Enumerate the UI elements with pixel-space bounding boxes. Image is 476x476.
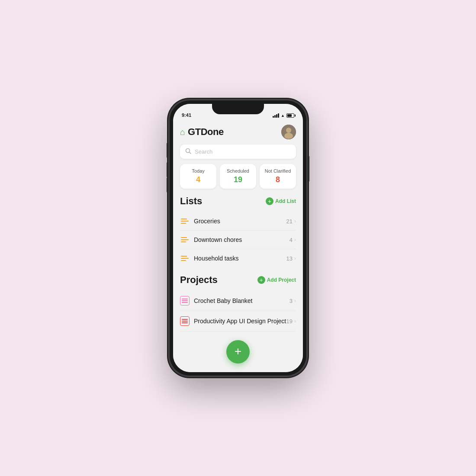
add-project-label: Add Project — [267, 277, 296, 283]
stat-today-label: Today — [183, 168, 213, 174]
add-list-button[interactable]: + Add List — [266, 197, 296, 205]
chevron-right-icon: › — [294, 255, 296, 261]
stat-not-clarified[interactable]: Not Clarified 8 — [260, 164, 296, 189]
notch — [212, 104, 264, 114]
fab-plus-icon: + — [235, 345, 241, 357]
project-icon — [180, 296, 190, 306]
phone-frame: 9:41 ▲ — [169, 100, 307, 376]
list-item-name: Household tasks — [194, 255, 286, 262]
list-item[interactable]: Household tasks 13 › — [180, 249, 296, 267]
list-item-name: Groceries — [194, 218, 286, 225]
list-item[interactable]: Downtown chores 4 › — [180, 231, 296, 249]
stat-not-clarified-label: Not Clarified — [263, 168, 293, 174]
signal-icon — [273, 113, 279, 118]
projects-title: Projects — [180, 274, 218, 286]
project-item-name: Productivity App UI Design Project — [194, 318, 286, 325]
search-bar[interactable]: Search — [180, 145, 296, 159]
phone-wrapper: 9:41 ▲ — [169, 100, 307, 376]
list-icon — [180, 217, 190, 225]
list-item-name: Downtown chores — [194, 236, 289, 243]
add-project-button[interactable]: + Add Project — [257, 276, 296, 284]
lists-title: Lists — [180, 196, 202, 207]
chevron-right-icon: › — [294, 237, 296, 243]
app-header: ⌂ GTDone — [173, 119, 303, 143]
fab-button[interactable]: + — [226, 340, 250, 363]
lists-section: Lists + Add List — [173, 196, 303, 271]
fab-wrapper: + — [173, 333, 303, 372]
avatar[interactable] — [281, 125, 296, 139]
add-list-icon: + — [266, 197, 273, 205]
lists-container: Groceries 21 › — [180, 212, 296, 267]
project-item-count: 3 — [289, 298, 293, 304]
lists-section-header: Lists + Add List — [180, 196, 296, 207]
list-item-count: 4 — [289, 237, 293, 243]
battery-icon — [286, 113, 294, 118]
list-item[interactable]: Groceries 21 › — [180, 212, 296, 231]
list-icon — [180, 236, 190, 244]
chevron-right-icon: › — [294, 318, 296, 324]
app-name: GTDone — [188, 126, 224, 138]
add-project-icon: + — [257, 276, 265, 284]
search-icon — [185, 148, 191, 155]
list-item-count: 13 — [286, 255, 293, 262]
stat-scheduled-value: 19 — [223, 175, 253, 184]
project-item-name: Crochet Baby Blanket — [194, 297, 289, 304]
chevron-right-icon: › — [294, 298, 296, 304]
stat-scheduled[interactable]: Scheduled 19 — [220, 164, 256, 189]
chevron-right-icon: › — [294, 218, 296, 224]
scroll-content: ⌂ GTDone — [173, 119, 303, 333]
svg-point-2 — [284, 133, 293, 139]
list-icon — [180, 254, 190, 262]
home-icon: ⌂ — [180, 127, 185, 137]
project-item-count: 19 — [286, 318, 293, 325]
svg-line-4 — [190, 152, 191, 154]
stat-today-value: 4 — [183, 175, 213, 184]
list-item-count: 21 — [286, 218, 293, 225]
projects-section-header: Projects + Add Project — [180, 274, 296, 286]
app-logo: ⌂ GTDone — [180, 126, 224, 138]
project-icon — [180, 316, 190, 326]
projects-section: Projects + Add Project — [173, 274, 303, 333]
stat-not-clarified-value: 8 — [263, 175, 293, 184]
status-time: 9:41 — [182, 113, 191, 118]
status-icons: ▲ — [273, 113, 294, 118]
project-item[interactable]: Crochet Baby Blanket 3 › — [180, 291, 296, 311]
stat-today[interactable]: Today 4 — [180, 164, 216, 189]
search-placeholder: Search — [195, 148, 212, 155]
project-item[interactable]: Productivity App UI Design Project 19 › — [180, 311, 296, 331]
stat-scheduled-label: Scheduled — [223, 168, 253, 174]
svg-point-1 — [286, 128, 291, 133]
stats-row: Today 4 Scheduled 19 Not Clarified 8 — [173, 164, 303, 196]
projects-container: Crochet Baby Blanket 3 › Productivity — [180, 291, 296, 333]
add-list-label: Add List — [275, 198, 296, 204]
wifi-icon: ▲ — [281, 113, 285, 118]
phone-screen: 9:41 ▲ — [173, 104, 303, 372]
